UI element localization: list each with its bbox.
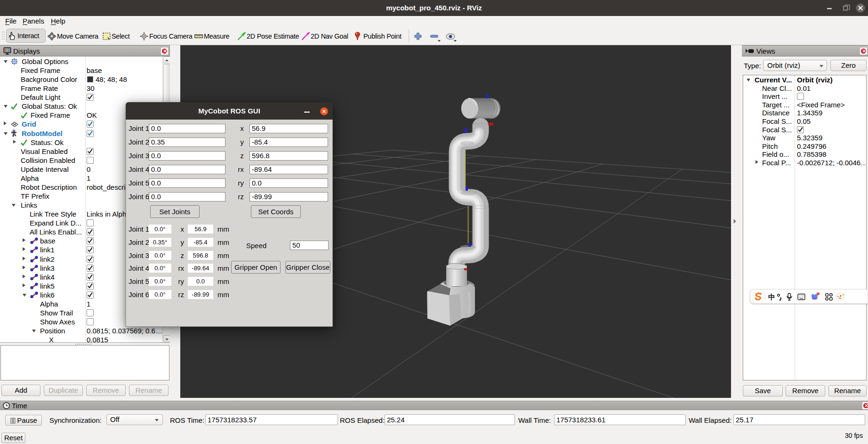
svg-text:中: 中 (768, 293, 775, 301)
